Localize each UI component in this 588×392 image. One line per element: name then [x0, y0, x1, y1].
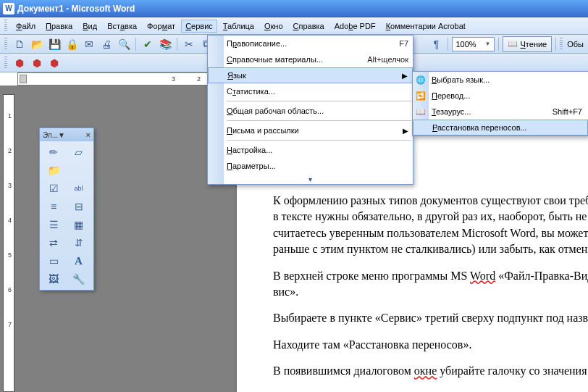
menu-table[interactable]: Таблица: [219, 20, 259, 33]
print-preview-icon[interactable]: 🔍: [116, 36, 132, 52]
menu-item-customize[interactable]: Настройка...: [208, 142, 413, 158]
style-combo[interactable]: Обы: [567, 40, 584, 49]
titlebar: W Документ1 - Microsoft Word: [0, 0, 588, 17]
pencil-icon[interactable]: ✏: [43, 144, 64, 160]
new-doc-icon[interactable]: 🗋: [12, 36, 28, 52]
separator: [448, 38, 448, 51]
combo-icon[interactable]: ⊟: [68, 199, 90, 214]
translate-icon: 🔁: [415, 90, 427, 101]
menu-item-mail[interactable]: Письма и рассылки▶: [208, 122, 413, 138]
blank-icon[interactable]: [68, 162, 90, 178]
menu-separator: [227, 101, 411, 101]
menu-item-statistics[interactable]: Статистика...: [208, 83, 413, 99]
menu-edit[interactable]: Правка: [41, 20, 77, 33]
permissions-icon[interactable]: 🔒: [64, 36, 80, 52]
menubar: Файл Правка Вид Вставка Формат Сервис Та…: [0, 17, 588, 35]
dropdown-arrow-icon[interactable]: ▼: [485, 41, 491, 47]
toolbox-titlebar[interactable]: Эл...▼ ×: [40, 128, 93, 141]
save-icon[interactable]: 💾: [46, 36, 62, 52]
research-icon[interactable]: 📚: [157, 36, 173, 52]
menu-separator: [227, 120, 411, 121]
spellcheck-icon[interactable]: ✔: [140, 36, 156, 52]
blank-icon[interactable]: ▱: [68, 144, 90, 160]
submenu-item-translate[interactable]: 🔁 Перевод...: [413, 88, 588, 104]
separator: [555, 38, 556, 51]
menu-service[interactable]: Сервис: [181, 20, 217, 33]
menu-item-options[interactable]: Параметры...: [208, 158, 413, 174]
toggle-icon[interactable]: ⇄: [43, 235, 64, 251]
reading-mode-button[interactable]: 📖 Чтение: [503, 36, 553, 52]
thesaurus-icon: 📖: [415, 106, 427, 117]
folder-icon[interactable]: 📁: [43, 162, 64, 178]
scrollbar-icon[interactable]: ▭: [43, 253, 64, 269]
toolbar-grip[interactable]: [4, 57, 7, 70]
menu-item-language[interactable]: Язык▶: [208, 67, 413, 83]
submenu-item-hyphenation[interactable]: Расстановка переносов...: [413, 120, 588, 135]
language-submenu: 🌐 Выбрать язык... 🔁 Перевод... 📖 Тезауру…: [412, 71, 588, 136]
menu-separator: [227, 140, 411, 141]
toolbar-grip[interactable]: [4, 38, 7, 51]
checkbox-form-icon[interactable]: ☑: [43, 180, 64, 196]
vertical-ruler[interactable]: 1 2 3 4 5 6 7: [0, 86, 17, 392]
adobe-pdf-review-icon[interactable]: ⬢: [46, 55, 62, 71]
menu-item-spellcheck[interactable]: Правописание...F7: [208, 36, 413, 51]
image-icon[interactable]: 🖼: [43, 271, 64, 287]
menu-item-workspace[interactable]: Общая рабочая область...: [208, 103, 413, 119]
book-icon: 📖: [508, 39, 518, 49]
list-icon[interactable]: ≡: [43, 199, 64, 214]
separator: [135, 38, 136, 51]
mail-icon[interactable]: ✉: [81, 36, 97, 52]
zoom-combo[interactable]: 100% ▼: [452, 37, 494, 51]
separator: [177, 38, 177, 51]
menu-adobe-pdf[interactable]: Adobe PDF: [330, 20, 380, 33]
menubar-grip[interactable]: [4, 20, 7, 33]
adobe-pdf-icon[interactable]: ⬢: [12, 55, 28, 71]
adobe-pdf-mail-icon[interactable]: ⬢: [29, 55, 45, 71]
menu-format[interactable]: Формат: [143, 20, 180, 33]
submenu-item-thesaurus[interactable]: 📖 Тезаурус...Shift+F7: [413, 104, 588, 120]
more-controls-icon[interactable]: 🔧: [68, 271, 90, 287]
toolbar-grip[interactable]: [560, 38, 563, 51]
label-icon[interactable]: A: [68, 253, 90, 269]
submenu-item-set-language[interactable]: 🌐 Выбрать язык...: [413, 72, 588, 88]
submenu-arrow-icon: ▶: [403, 127, 408, 135]
separator: [498, 38, 499, 51]
spinner-icon[interactable]: ⇵: [68, 235, 90, 251]
close-icon[interactable]: ×: [86, 130, 91, 139]
print-icon[interactable]: 🖨: [98, 36, 114, 52]
zoom-value: 100%: [455, 40, 476, 49]
list-2-icon[interactable]: ☰: [43, 217, 64, 233]
cut-icon[interactable]: ✂: [181, 36, 197, 52]
menu-acrobat-comments[interactable]: Комментарии Acrobat: [382, 20, 470, 33]
toolbox-title: Эл...▼: [43, 131, 65, 139]
elements-toolbox[interactable]: Эл...▼ × ✏ ▱ 📁 ☑ abl ≡ ⊟ ☰ ▦ ⇄ ⇵ ▭ A 🖼 🔧: [39, 128, 94, 291]
window-title: Документ1 - Microsoft Word: [17, 4, 135, 14]
document-body[interactable]: К оформлению разных типов документов сущ…: [273, 193, 588, 380]
service-menu-dropdown: Правописание...F7 Справочные материалы..…: [207, 35, 413, 185]
menu-view[interactable]: Вид: [78, 20, 101, 33]
text-field-icon[interactable]: abl: [68, 180, 90, 196]
grid-icon[interactable]: ▦: [68, 217, 90, 233]
pilcrow-icon[interactable]: ¶: [428, 36, 444, 52]
menu-insert[interactable]: Вставка: [103, 20, 141, 33]
app-icon: W: [3, 3, 14, 14]
menu-window[interactable]: Окно: [260, 20, 287, 33]
globe-icon: 🌐: [415, 74, 427, 86]
submenu-arrow-icon: ▶: [402, 72, 408, 80]
tab-well-icon[interactable]: [20, 75, 27, 83]
open-icon[interactable]: 📂: [29, 36, 45, 52]
menu-help[interactable]: Справка: [289, 20, 329, 33]
menu-file[interactable]: Файл: [12, 20, 40, 33]
menu-item-reference[interactable]: Справочные материалы...Alt+щелчок: [208, 51, 413, 67]
menu-expand-icon[interactable]: ▾: [208, 174, 413, 184]
